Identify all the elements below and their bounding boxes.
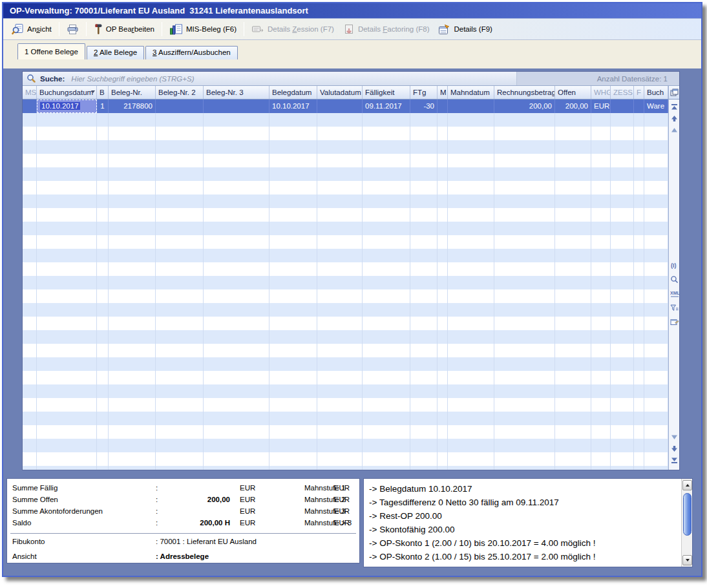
cell-m[interactable] xyxy=(438,100,448,113)
empty-cell xyxy=(156,303,204,317)
column-header-beleg-nr-[interactable]: Beleg-Nr. xyxy=(109,86,156,99)
empty-cell xyxy=(363,167,410,181)
mis-beleg-button[interactable]: MIS-Beleg (F6) xyxy=(165,21,241,37)
column-header-offen[interactable]: Offen xyxy=(555,86,591,99)
tab-offene-belege[interactable]: 1 Offene Belege xyxy=(17,43,85,59)
cell-buch[interactable]: Ware xyxy=(644,100,668,113)
scroll-down-button[interactable] xyxy=(682,555,692,565)
column-picker-icon[interactable] xyxy=(669,86,679,100)
search-rows-icon[interactable] xyxy=(670,275,679,284)
cell-buchungsdatum[interactable]: 10.10.2017 xyxy=(37,100,97,113)
cell-valutadatum[interactable] xyxy=(317,100,363,113)
empty-cell xyxy=(410,425,438,439)
indicator-icon[interactable]: (I) xyxy=(670,261,679,269)
column-header-beleg-nr-2[interactable]: Beleg-Nr. 2 xyxy=(156,86,204,99)
print-button[interactable] xyxy=(62,22,83,37)
cell-value: 1 xyxy=(100,102,104,110)
column-header-valutadatum[interactable]: Valutadatum xyxy=(317,86,363,99)
cell-b[interactable]: 1 xyxy=(97,100,109,113)
empty-cell xyxy=(363,425,410,439)
column-header-buchungsdatum[interactable]: Buchungsdatum xyxy=(37,86,97,99)
column-header-ms[interactable]: MS xyxy=(23,86,37,99)
cell-ms[interactable] xyxy=(23,100,37,113)
column-header-f[interactable]: F xyxy=(634,86,644,99)
empty-cell xyxy=(555,344,591,357)
empty-cell xyxy=(363,303,410,317)
column-header-beleg-nr-3[interactable]: Beleg-Nr. 3 xyxy=(204,86,269,99)
column-header-rechnungsbetrag[interactable]: Rechnungsbetrag xyxy=(494,86,555,99)
empty-cell xyxy=(555,167,591,181)
xml-export-icon[interactable]: XML xyxy=(670,289,679,298)
cell-beleg-nr-2[interactable] xyxy=(156,100,204,113)
tab-ausziffern-ausbuchen[interactable]: 3 Ausziffern/Ausbuchen xyxy=(145,46,238,59)
column-header-whg[interactable]: WHG xyxy=(591,86,611,99)
move-up-icon[interactable] xyxy=(670,114,679,123)
printer-icon xyxy=(67,24,79,35)
cell-rechnungsbetrag[interactable]: 200,00 xyxy=(494,100,555,113)
empty-cell xyxy=(410,412,438,425)
empty-cell xyxy=(37,222,97,235)
empty-cell xyxy=(591,371,611,384)
edit-view-icon[interactable] xyxy=(670,318,679,326)
column-header-zess[interactable]: ZESS xyxy=(611,86,634,99)
empty-cell xyxy=(591,127,611,140)
details-zession-button[interactable]: Details Zession (F7) xyxy=(247,22,339,36)
search-input[interactable]: Hier Suchbegriff eingeben (STRG+S) xyxy=(71,75,516,83)
scrollbar-thumb[interactable] xyxy=(683,493,691,536)
jump-bottom-icon[interactable] xyxy=(670,456,679,465)
empty-cell xyxy=(317,113,363,127)
empty-cell xyxy=(269,276,317,289)
empty-cell xyxy=(555,113,591,127)
empty-cell xyxy=(410,344,438,357)
op-bearbeiten-button[interactable]: OP Bearbeiten xyxy=(89,21,159,37)
column-header-ftg[interactable]: FTg xyxy=(410,86,438,99)
cell-f-lligkeit[interactable]: 09.11.2017 xyxy=(363,100,410,113)
column-header-label: M xyxy=(440,89,447,96)
empty-cell xyxy=(109,330,156,344)
empty-cell xyxy=(363,439,410,452)
empty-row xyxy=(23,113,668,127)
cell-offen[interactable]: 200,00 xyxy=(555,100,591,113)
cell-mahndatum[interactable] xyxy=(448,100,494,113)
cell-whg[interactable]: EUR xyxy=(591,100,611,113)
filter-icon[interactable] xyxy=(670,304,679,312)
cell-f[interactable] xyxy=(634,100,644,113)
tab-alle-belege[interactable]: 2 Alle Belege xyxy=(87,46,144,59)
ansicht-button[interactable]: Ansicht xyxy=(7,21,56,37)
cell-beleg-nr-3[interactable] xyxy=(204,100,269,113)
cell-belegdatum[interactable]: 10.10.2017 xyxy=(269,100,317,113)
scroll-up-icon[interactable] xyxy=(670,126,679,134)
details-button[interactable]: Details (F9) xyxy=(434,22,496,37)
empty-cell xyxy=(37,181,97,194)
empty-cell xyxy=(611,289,634,303)
details-factoring-button[interactable]: Details Factoring (F8) xyxy=(339,22,434,37)
cell-beleg-nr-[interactable]: 2178800 xyxy=(109,100,156,113)
empty-cell xyxy=(591,208,611,222)
details-line: -> OP-Skonto 1 (2.00 / 10) bis 20.10.201… xyxy=(369,536,680,550)
column-header-f-lligkeit[interactable]: Fälligkeit xyxy=(363,86,410,99)
empty-cell xyxy=(634,249,644,262)
details-scrollbar[interactable] xyxy=(681,479,692,567)
details-form-icon xyxy=(438,24,450,35)
column-header-belegdatum[interactable]: Belegdatum xyxy=(269,86,317,99)
empty-cell xyxy=(611,127,634,140)
column-header-b[interactable]: B xyxy=(97,86,109,99)
cell-zess[interactable] xyxy=(611,100,634,113)
jump-top-icon[interactable] xyxy=(670,103,679,111)
grid-search-bar[interactable]: Suche: Hier Suchbegriff eingeben (STRG+S… xyxy=(23,72,679,86)
empty-cell xyxy=(156,127,204,140)
cell-ftg[interactable]: -30 xyxy=(410,100,438,113)
move-down-icon[interactable] xyxy=(670,445,679,453)
empty-cell xyxy=(591,317,611,330)
table-row[interactable]: 10.10.20171217880010.10.201709.11.2017-3… xyxy=(23,100,668,113)
empty-cell xyxy=(644,289,668,303)
column-header-buch[interactable]: Buch xyxy=(644,86,668,99)
empty-cell xyxy=(555,276,591,289)
scroll-up-button[interactable] xyxy=(682,480,692,490)
empty-cell xyxy=(109,371,156,384)
scroll-down-icon[interactable] xyxy=(670,433,679,441)
empty-cell xyxy=(591,262,611,276)
column-header-m[interactable]: M xyxy=(438,86,448,99)
column-header-mahndatum[interactable]: Mahndatum xyxy=(448,86,494,99)
empty-row xyxy=(23,466,668,470)
